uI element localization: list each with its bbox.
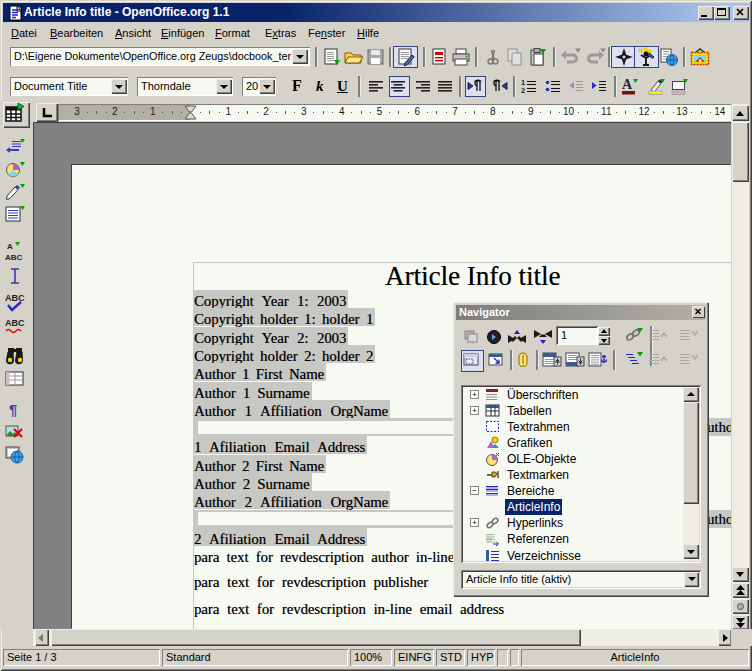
svg-text:ABC: ABC [5,318,25,328]
svg-text:2: 2 [521,86,525,95]
svg-text:A: A [7,242,13,251]
svg-text:ABC: ABC [5,253,23,262]
svg-text:A: A [622,77,633,92]
svg-text:ABC: ABC [5,293,25,303]
svg-text:¶: ¶ [9,401,17,418]
